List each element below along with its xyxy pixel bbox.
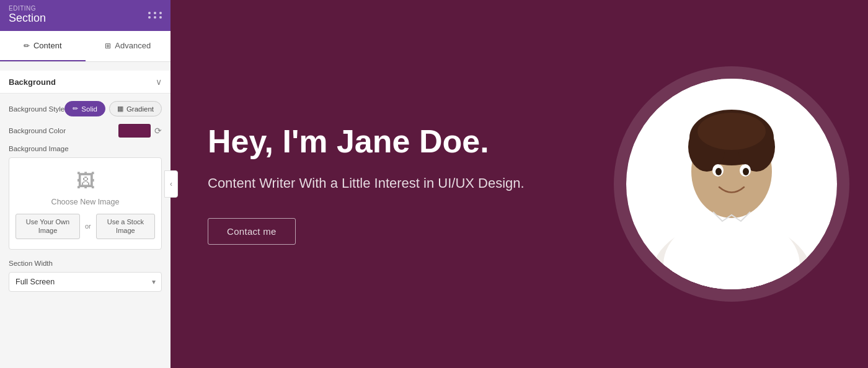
- panel-collapse-button[interactable]: ‹: [164, 170, 178, 198]
- tab-advanced-label: Advanced: [115, 41, 151, 50]
- hero-heading: Hey, I'm Jane Doe.: [208, 123, 570, 160]
- solid-label: Solid: [81, 105, 97, 113]
- editing-label: EDITING: [9, 5, 46, 12]
- grid-icon: ⊞: [105, 42, 111, 50]
- gradient-icon: ▦: [117, 105, 123, 113]
- chevron-down-icon: ∨: [156, 77, 162, 87]
- image-upload-box[interactable]: 🖼 Choose New Image Use Your Own Image or…: [9, 157, 162, 250]
- background-image-label: Background Image: [9, 145, 162, 152]
- svg-point-8: [698, 113, 766, 150]
- gradient-label: Gradient: [126, 105, 154, 113]
- contact-button[interactable]: Contact me: [208, 218, 296, 245]
- pencil-icon: ✏: [73, 105, 78, 113]
- section-width-group: Section Width Full Screen Boxed Custom ▾: [9, 260, 162, 292]
- background-color-label: Background Color: [9, 127, 66, 134]
- main-content: Hey, I'm Jane Doe. Content Writer With a…: [170, 0, 868, 368]
- background-section-header[interactable]: Background ∨: [0, 71, 170, 94]
- background-section: Background ∨ Background Style ✏ Solid ▦ …: [9, 71, 162, 250]
- collapse-left-icon: ‹: [170, 180, 172, 188]
- section-width-select-wrapper: Full Screen Boxed Custom ▾: [9, 272, 162, 292]
- image-placeholder-icon: 🖼: [76, 170, 95, 191]
- section-title: Section: [9, 12, 46, 24]
- circle-inner: [626, 79, 837, 289]
- section-width-label: Section Width: [9, 260, 162, 267]
- background-style-row: Background Style ✏ Solid ▦ Gradient: [9, 101, 162, 116]
- background-color-row: Background Color ⟳: [9, 124, 162, 138]
- person-image: [632, 79, 831, 289]
- color-swatch[interactable]: [118, 124, 151, 138]
- hero-text-area: Hey, I'm Jane Doe. Content Writer With a…: [170, 123, 608, 245]
- section-width-select[interactable]: Full Screen Boxed Custom: [9, 272, 162, 292]
- hero-image-area: [608, 0, 868, 368]
- use-own-image-label: Use Your Own Image: [26, 218, 69, 234]
- panel-content: Background ∨ Background Style ✏ Solid ▦ …: [0, 62, 170, 300]
- svg-point-12: [743, 168, 749, 175]
- use-stock-image-label: Use a Stock Image: [107, 218, 144, 234]
- or-label: or: [85, 222, 91, 230]
- solid-style-button[interactable]: ✏ Solid: [64, 101, 105, 116]
- use-own-image-button[interactable]: Use Your Own Image: [16, 214, 80, 239]
- use-stock-image-button[interactable]: Use a Stock Image: [96, 214, 155, 239]
- background-section-title: Background: [9, 77, 56, 87]
- gradient-style-button[interactable]: ▦ Gradient: [109, 101, 162, 116]
- style-buttons-group: ✏ Solid ▦ Gradient: [64, 101, 162, 116]
- tabs-bar: ✏ Content ⊞ Advanced: [0, 31, 170, 62]
- sidebar-header: EDITING Section: [0, 0, 170, 31]
- svg-point-11: [715, 168, 722, 175]
- drag-handle-icon[interactable]: [148, 12, 163, 19]
- background-image-section: Background Image 🖼 Choose New Image Use …: [9, 145, 162, 250]
- pencil-icon: ✏: [24, 42, 30, 50]
- image-buttons: Use Your Own Image or Use a Stock Image: [16, 214, 155, 239]
- color-row-right: ⟳: [118, 124, 162, 138]
- sidebar: EDITING Section ✏ Content ⊞ Advanced: [0, 0, 170, 368]
- choose-image-text: Choose New Image: [51, 198, 120, 206]
- background-style-label: Background Style: [9, 105, 64, 113]
- hero-subheading: Content Writer With a Little Interest in…: [208, 173, 570, 193]
- color-options-icon[interactable]: ⟳: [154, 126, 162, 136]
- tab-advanced[interactable]: ⊞ Advanced: [86, 31, 171, 61]
- tab-content[interactable]: ✏ Content: [0, 31, 86, 61]
- tab-content-label: Content: [33, 41, 62, 50]
